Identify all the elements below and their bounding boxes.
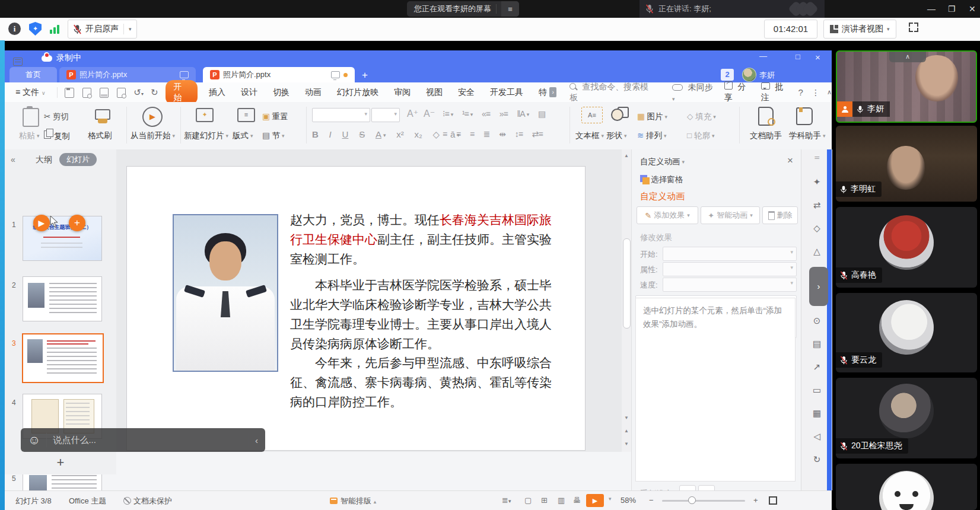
distribute-icon[interactable]: ⇹ xyxy=(499,129,505,139)
paste-button[interactable]: 粘贴 xyxy=(19,130,40,141)
close-icon[interactable]: ✕ xyxy=(969,0,976,18)
zoom-out-button[interactable]: − xyxy=(649,496,654,505)
panel-close-icon[interactable]: × xyxy=(787,155,793,167)
chat-input-placeholder[interactable]: 说点什么... xyxy=(53,435,96,446)
comment-button[interactable]: 批注 xyxy=(761,82,790,103)
doc-assistant-button[interactable]: 文档助手 xyxy=(750,130,782,141)
redo-icon[interactable]: ↻ xyxy=(151,87,158,98)
menu-tab-design[interactable]: 设计 xyxy=(233,87,265,98)
shapes-icon[interactable] xyxy=(611,107,629,121)
subject-assistant-button[interactable]: 学科助手 xyxy=(789,130,826,141)
chevron-down-icon[interactable]: ▾ xyxy=(129,26,132,32)
reset-button[interactable]: ▣ 重置 xyxy=(262,111,288,122)
reading-view-icon[interactable]: ▥ xyxy=(558,496,565,505)
user-avatar[interactable] xyxy=(742,68,756,82)
slide-thumbnail-3-selected[interactable] xyxy=(22,333,104,383)
bold-icon[interactable]: B xyxy=(312,129,319,139)
clear-format-icon[interactable]: ◇ xyxy=(433,129,440,139)
menu-tab-view[interactable]: 视图 xyxy=(418,87,450,98)
original-sound-button[interactable]: 开启原声 ▾ xyxy=(68,20,137,39)
play-view-icon[interactable]: 🖶 xyxy=(573,496,581,505)
shapes-button[interactable]: 形状 xyxy=(606,130,627,141)
notes-toggle-icon[interactable]: ≣▾ xyxy=(502,496,511,505)
picture-button[interactable]: ▦ 图片 xyxy=(637,111,667,122)
subscript-icon[interactable]: x₂ xyxy=(415,129,422,139)
menu-tab-animation[interactable]: 动画 xyxy=(297,87,329,98)
italic-icon[interactable]: I xyxy=(329,129,332,139)
undo-icon[interactable]: ↺▾ xyxy=(133,87,144,98)
participant-tile-songsiyao[interactable]: 20卫检宋思尧 xyxy=(836,378,977,458)
columns-icon[interactable]: ⇄≡ xyxy=(532,129,543,139)
menu-tab-start[interactable]: 开始 xyxy=(166,80,198,105)
share-button[interactable]: 分享 xyxy=(724,81,753,103)
normal-view-icon[interactable]: ▢ xyxy=(524,496,532,505)
slideshow-start-button[interactable]: ▶ xyxy=(586,494,604,507)
menu-tab-transition[interactable]: 切换 xyxy=(265,87,297,98)
participant-tile-partial[interactable] xyxy=(836,464,977,510)
collapse-videos-icon[interactable]: ∧ xyxy=(889,52,926,62)
restore-icon[interactable]: ❐ xyxy=(948,0,956,18)
page-up-icon[interactable]: ▲ xyxy=(624,428,629,434)
menu-tab-review[interactable]: 审阅 xyxy=(386,87,418,98)
align-center-icon[interactable]: ≡ xyxy=(456,129,460,139)
font-size-select[interactable] xyxy=(371,108,400,122)
add-slide-button[interactable]: + xyxy=(5,451,116,474)
line-spacing-icon[interactable]: ↕≡ xyxy=(515,129,523,139)
property-select[interactable] xyxy=(663,262,797,276)
tab-home[interactable]: 首页 xyxy=(9,67,57,82)
print-preview-icon[interactable] xyxy=(117,88,126,98)
floating-add-button[interactable]: + xyxy=(69,215,85,231)
justify-icon[interactable]: ≣ xyxy=(483,129,490,139)
menu-more-icon[interactable]: › xyxy=(549,87,556,97)
wps-maximize-icon[interactable]: □ xyxy=(796,52,800,61)
text-box-button[interactable]: 文本框 xyxy=(575,130,604,141)
scroll-down-icon[interactable]: ▼ xyxy=(624,415,629,420)
numbered-list-icon[interactable]: ¹≡ xyxy=(462,109,472,119)
page-down-icon[interactable]: ▼ xyxy=(624,441,629,447)
zoom-percent[interactable]: 58% xyxy=(621,496,636,505)
doc-assistant-icon[interactable] xyxy=(758,107,774,126)
speed-select[interactable] xyxy=(663,278,797,292)
increase-indent-icon[interactable]: »≡ xyxy=(499,109,508,119)
save-icon[interactable] xyxy=(65,88,74,98)
tab-document-2-active[interactable]: P 照片简介.pptx xyxy=(203,67,355,82)
panel-title[interactable]: 自定义动画 xyxy=(640,157,685,167)
smart-layout-button[interactable]: 智能排版 ▴ xyxy=(330,496,376,506)
strikethrough-icon[interactable]: S xyxy=(359,129,365,139)
menu-tab-devtools[interactable]: 开发工具 xyxy=(482,87,531,98)
align-right-icon[interactable]: ≡ xyxy=(470,129,474,139)
align-left-icon[interactable]: ≡ xyxy=(443,129,447,139)
participant-video-liminghong[interactable]: 李明虹 xyxy=(836,126,977,202)
command-search[interactable]: 查找命令、搜索模板 xyxy=(569,82,652,103)
screen-share-banner[interactable]: 您正在观看李妍的屏幕 ≡ xyxy=(407,1,519,17)
emoji-icon[interactable]: ☺ xyxy=(28,433,40,447)
scroll-up-icon[interactable]: ▲ xyxy=(624,153,629,158)
arrange-button[interactable]: ≋ 排列 xyxy=(637,130,667,141)
zoom-in-button[interactable]: + xyxy=(753,496,758,505)
play-from-current-icon[interactable]: ▶ xyxy=(142,107,163,127)
increase-font-icon[interactable]: A⁺ xyxy=(407,108,418,119)
decrease-indent-icon[interactable]: «≡ xyxy=(482,109,490,119)
format-painter-icon[interactable] xyxy=(95,109,110,120)
output-icon[interactable] xyxy=(82,88,91,98)
new-slide-button[interactable]: 新建幻灯片 xyxy=(184,130,228,141)
menu-tab-slideshow[interactable]: 幻灯片放映 xyxy=(329,87,386,98)
wps-close-icon[interactable]: × xyxy=(815,52,820,62)
outline-tab[interactable]: 大纲 xyxy=(36,155,52,165)
window-count-badge[interactable]: 2 xyxy=(721,69,734,81)
slide-text-block[interactable]: 赵大力，党员，博士。现任长春海关吉林国际旅行卫生保健中心副主任，副主任技师。主管… xyxy=(290,211,553,412)
theme-name[interactable]: Office 主题 xyxy=(69,496,106,506)
fullscreen-icon[interactable] xyxy=(909,23,918,32)
zoom-slider-knob[interactable] xyxy=(688,496,696,504)
print-icon[interactable] xyxy=(100,88,109,98)
superscript-icon[interactable]: x² xyxy=(396,129,404,139)
panel-scrollbar[interactable]: ▲ ▼ ▲ ▼ xyxy=(622,149,631,452)
collapse-chat-icon[interactable]: ‹ xyxy=(255,435,258,445)
wps-minimize-icon[interactable]: — xyxy=(759,52,767,60)
slide-sorter-icon[interactable]: ⊞ xyxy=(541,496,548,505)
floating-play-button[interactable]: ▶ xyxy=(33,215,50,231)
play-from-current-button[interactable]: 从当前开始 xyxy=(131,130,175,141)
fill-button[interactable]: ◇ 填充 xyxy=(687,111,716,122)
info-icon[interactable]: i xyxy=(8,23,21,35)
menu-tab-insert[interactable]: 插入 xyxy=(201,87,233,98)
